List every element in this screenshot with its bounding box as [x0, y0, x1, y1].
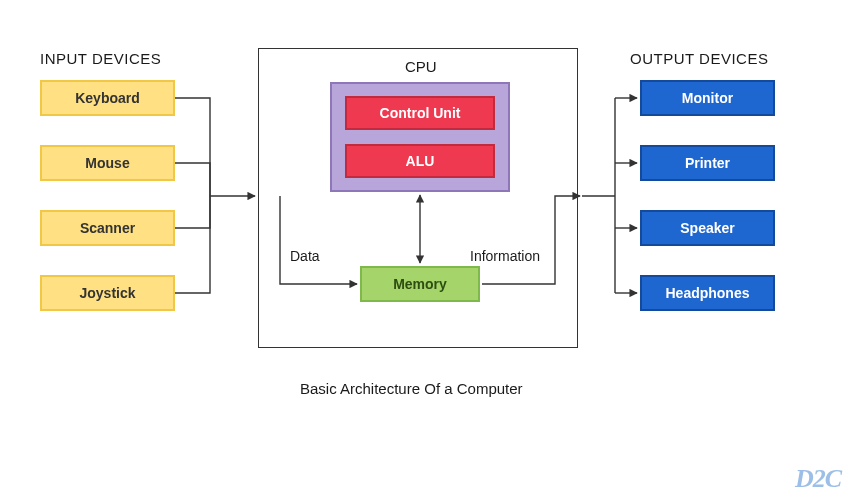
input-device-keyboard: Keyboard	[40, 80, 175, 116]
control-unit-box: Control Unit	[345, 96, 495, 130]
output-device-monitor: Monitor	[640, 80, 775, 116]
information-flow-label: Information	[470, 248, 540, 264]
diagram-caption: Basic Architecture Of a Computer	[300, 380, 523, 397]
output-device-printer: Printer	[640, 145, 775, 181]
input-devices-heading: INPUT DEVICES	[40, 50, 161, 67]
data-flow-label: Data	[290, 248, 320, 264]
alu-box: ALU	[345, 144, 495, 178]
watermark-logo: D2C	[795, 464, 841, 494]
input-device-mouse: Mouse	[40, 145, 175, 181]
output-device-headphones: Headphones	[640, 275, 775, 311]
input-device-joystick: Joystick	[40, 275, 175, 311]
memory-box: Memory	[360, 266, 480, 302]
output-devices-heading: OUTPUT DEVICES	[630, 50, 768, 67]
output-device-speaker: Speaker	[640, 210, 775, 246]
input-device-scanner: Scanner	[40, 210, 175, 246]
diagram-stage: INPUT DEVICES OUTPUT DEVICES Keyboard Mo…	[0, 0, 853, 502]
cpu-label: CPU	[405, 58, 437, 75]
